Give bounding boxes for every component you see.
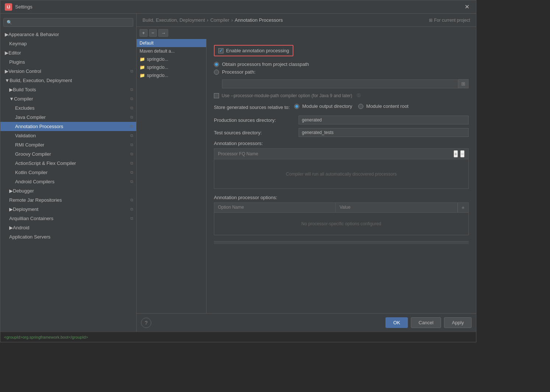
copy-icon: ⧉ <box>130 124 133 129</box>
options-empty-message: No processor-specific options configured <box>302 221 381 226</box>
sidebar: 🔍 ▶ Appearance & Behavior Keymap ▶ Edito… <box>0 14 137 332</box>
module-path-checkbox[interactable]: Use --processor-module-path compiler opt… <box>214 93 352 98</box>
sidebar-item-annotation-processors[interactable]: Annotation Processors ⧉ <box>0 122 136 131</box>
arrow-icon: ▶ <box>9 188 13 194</box>
horizontal-scrollbar[interactable] <box>214 241 469 244</box>
sidebar-item-groovy-compiler[interactable]: Groovy Compiler ⧉ <box>0 149 136 159</box>
remove-button[interactable]: − <box>149 29 157 37</box>
radio-module-output[interactable]: Module output directory <box>294 103 352 109</box>
sidebar-item-rmi-compiler[interactable]: RMI Compiler ⧉ <box>0 140 136 149</box>
copy-icon: ⧉ <box>130 170 133 175</box>
sidebar-item-arquillian[interactable]: Arquillian Containers ⧉ <box>0 214 136 223</box>
test-dir-row: Test sources directory: <box>214 128 469 137</box>
sidebar-item-validation[interactable]: Validation ⧉ <box>0 131 136 140</box>
status-text: <groupId>org.springframework.boot</group… <box>4 335 88 339</box>
content-area: 🔍 ▶ Appearance & Behavior Keymap ▶ Edito… <box>0 14 476 332</box>
radio-module-content-btn[interactable] <box>358 104 363 109</box>
sidebar-item-keymap[interactable]: Keymap <box>0 39 136 48</box>
radio-obtain-processors-btn[interactable] <box>214 62 219 67</box>
processors-empty-message: Compiler will run all automatically disc… <box>286 172 397 177</box>
radio-module-content[interactable]: Module content root <box>358 103 409 109</box>
module-path-row: Use --processor-module-path compiler opt… <box>214 93 469 98</box>
folder-icon: 📁 <box>140 73 145 78</box>
module-tree-item-maven[interactable]: Maven default a... <box>137 47 206 55</box>
navigate-button[interactable]: → <box>158 29 168 37</box>
for-current-project: ⊞ For current project <box>429 18 470 23</box>
sidebar-item-android[interactable]: ▶ Android <box>0 223 136 232</box>
module-tree-item-springclo-2[interactable]: 📁 springclo... <box>137 63 206 71</box>
production-dir-input[interactable] <box>299 116 469 124</box>
production-dir-row: Production sources directory: <box>214 116 469 124</box>
close-button[interactable]: ✕ <box>462 3 472 11</box>
copy-icon: ⧉ <box>130 69 133 74</box>
sidebar-item-application-servers[interactable]: Application Servers <box>0 232 136 241</box>
breadcrumb-segment-1: Build, Execution, Deployment <box>142 17 205 23</box>
copy-icon: ⧉ <box>130 133 133 138</box>
panel-content: Default Maven default a... 📁 springclo..… <box>137 39 476 313</box>
copy-icon: ⧉ <box>130 198 133 202</box>
main-panel: Build, Execution, Deployment › Compiler … <box>137 14 476 332</box>
status-bar: <groupId>org.springframework.boot</group… <box>0 332 476 342</box>
ok-button[interactable]: OK <box>385 317 408 328</box>
breadcrumb-sep-2: › <box>231 17 233 23</box>
sidebar-item-appearance[interactable]: ▶ Appearance & Behavior <box>0 30 136 39</box>
panel-toolbar: + − → <box>137 27 476 39</box>
add-button[interactable]: + <box>140 29 148 37</box>
arrow-icon: ▶ <box>9 87 13 92</box>
sidebar-item-debugger[interactable]: ▶ Debugger <box>0 186 136 195</box>
bottom-bar: ? OK Cancel Apply <box>137 313 476 332</box>
radio-obtain-processors[interactable]: Obtain processors from project classpath <box>214 61 469 67</box>
sidebar-item-compiler[interactable]: ▼ Compiler ⧉ <box>0 94 136 103</box>
options-table-header: Option Name Value + <box>214 203 468 213</box>
sidebar-item-version-control[interactable]: ▶ Version Control ⧉ <box>0 67 136 76</box>
enable-annotation-checkbox[interactable]: Enable annotation processing <box>218 48 289 53</box>
sidebar-item-actionscript-compiler[interactable]: ActionScript & Flex Compiler ⧉ <box>0 159 136 168</box>
module-tree-item-springclo-1[interactable]: 📁 springclo... <box>137 55 206 63</box>
browse-button[interactable]: ⊞ <box>458 79 469 88</box>
module-path-checkmark[interactable] <box>214 93 219 98</box>
bottom-buttons: OK Cancel Apply <box>385 317 472 328</box>
sidebar-item-plugins[interactable]: Plugins <box>0 57 136 67</box>
apply-button[interactable]: Apply <box>444 317 472 328</box>
processor-path-row: ⊞ <box>214 79 469 88</box>
sidebar-item-excludes[interactable]: Excludes ⧉ <box>0 103 136 113</box>
module-tree-item-default[interactable]: Default <box>137 39 206 47</box>
sidebar-item-editor[interactable]: ▶ Editor <box>0 48 136 57</box>
copy-icon: ⧉ <box>130 106 133 110</box>
module-tree: Default Maven default a... 📁 springclo..… <box>137 39 207 313</box>
store-sources-row: Store generated sources relative to: Mod… <box>214 103 469 111</box>
processors-add-button[interactable]: + <box>454 150 458 158</box>
search-icon: 🔍 <box>7 20 12 25</box>
title-bar: IJ Settings ✕ <box>0 0 476 14</box>
sidebar-item-kotlin-compiler[interactable]: Kotlin Compiler ⧉ <box>0 168 136 177</box>
test-dir-input[interactable] <box>299 128 469 137</box>
arrow-icon: ▼ <box>9 96 14 102</box>
radio-processor-path-btn[interactable] <box>214 70 219 75</box>
sidebar-item-java-compiler[interactable]: Java Compiler ⧉ <box>0 113 136 122</box>
module-path-help-icon: ⓪ <box>357 93 361 98</box>
processor-path-input[interactable] <box>222 80 458 88</box>
radio-module-output-btn[interactable] <box>294 104 299 109</box>
search-input[interactable] <box>14 20 130 25</box>
sidebar-item-deployment[interactable]: ▶ Deployment ⧉ <box>0 205 136 214</box>
breadcrumb-sep-1: › <box>207 17 208 23</box>
processors-column-header: Processor FQ Name <box>218 151 258 156</box>
options-add-button[interactable]: + <box>458 203 468 212</box>
cancel-button[interactable]: Cancel <box>411 317 441 328</box>
settings-window: IJ Settings ✕ 🔍 ▶ Appearance & Behavior … <box>0 0 476 342</box>
module-tree-item-springclo-3[interactable]: 📁 springclo... <box>137 71 206 80</box>
processors-remove-button[interactable]: − <box>460 150 465 158</box>
radio-processor-path[interactable]: Processor path: <box>214 69 469 75</box>
sidebar-item-build-tools[interactable]: ▶ Build Tools ⧉ <box>0 85 136 94</box>
search-box[interactable]: 🔍 <box>3 18 133 27</box>
options-table: Option Name Value + No processor-specifi… <box>214 202 469 235</box>
breadcrumb: Build, Execution, Deployment › Compiler … <box>137 14 476 27</box>
sidebar-item-android-compilers[interactable]: Android Compilers ⧉ <box>0 177 136 186</box>
sidebar-item-build-execution[interactable]: ▼ Build, Execution, Deployment <box>0 76 136 85</box>
settings-area: Enable annotation processing Obtain proc… <box>207 39 476 313</box>
arrow-icon: ▶ <box>5 50 8 56</box>
sidebar-item-remote-jar[interactable]: Remote Jar Repositories ⧉ <box>0 195 136 205</box>
option-name-column: Option Name <box>214 203 336 212</box>
help-button[interactable]: ? <box>141 318 151 328</box>
enable-annotation-checkmark[interactable] <box>218 48 223 53</box>
